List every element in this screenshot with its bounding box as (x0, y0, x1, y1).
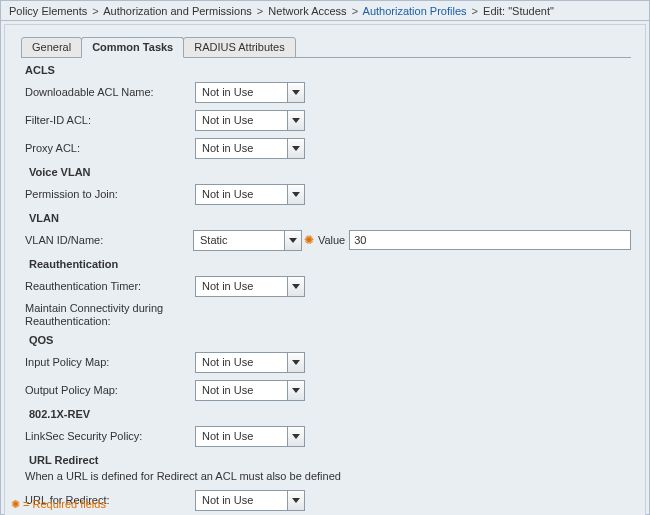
select-permission-to-join[interactable]: Not in Use (195, 184, 305, 205)
breadcrumb-sep: > (470, 5, 480, 17)
section-url-redirect: URL Redirect (21, 450, 631, 468)
chevron-down-icon (287, 427, 304, 446)
breadcrumb-sep: > (90, 5, 100, 17)
section-qos: QOS (21, 330, 631, 348)
label-proxy-acl: Proxy ACL: (25, 142, 195, 154)
chevron-down-icon (287, 491, 304, 510)
select-value: Not in Use (202, 188, 253, 200)
breadcrumb-item-current: Edit: "Student" (483, 5, 554, 17)
label-output-policy-map: Output Policy Map: (25, 384, 195, 396)
label-maintain-line1: Maintain Connectivity during (25, 302, 631, 315)
select-downloadable-acl[interactable]: Not in Use (195, 82, 305, 103)
row-input-policy-map: Input Policy Map: Not in Use (21, 348, 631, 376)
row-filter-id-acl: Filter-ID ACL: Not in Use (21, 106, 631, 134)
tab-common-tasks[interactable]: Common Tasks (81, 37, 184, 58)
chevron-down-icon (287, 381, 304, 400)
select-vlan-id-name[interactable]: Static (193, 230, 302, 251)
note-url-redirect: When a URL is defined for Redirect an AC… (21, 468, 631, 486)
row-url-for-redirect: URL for Redirect: Not in Use (21, 486, 631, 514)
label-vlan-id-name: VLAN ID/Name: (25, 234, 193, 246)
label-maintain-connectivity: Maintain Connectivity during Reauthentic… (21, 300, 631, 330)
select-input-policy-map[interactable]: Not in Use (195, 352, 305, 373)
chevron-down-icon (287, 111, 304, 130)
row-reauth-timer: Reauthentication Timer: Not in Use (21, 272, 631, 300)
row-linksec-policy: LinkSec Security Policy: Not in Use (21, 422, 631, 450)
breadcrumb-item-link[interactable]: Authorization Profiles (363, 5, 467, 17)
select-value: Not in Use (202, 430, 253, 442)
label-value: Value (316, 234, 349, 246)
breadcrumb: Policy Elements > Authorization and Perm… (1, 1, 649, 21)
select-value: Not in Use (202, 494, 253, 506)
select-url-for-redirect[interactable]: Not in Use (195, 490, 305, 511)
chevron-down-icon (284, 231, 301, 250)
select-value: Not in Use (202, 384, 253, 396)
breadcrumb-item[interactable]: Policy Elements (9, 5, 87, 17)
select-output-policy-map[interactable]: Not in Use (195, 380, 305, 401)
breadcrumb-item[interactable]: Network Access (268, 5, 346, 17)
label-permission-to-join: Permission to Join: (25, 188, 195, 200)
app-window: Policy Elements > Authorization and Perm… (0, 0, 650, 515)
section-voice-vlan: Voice VLAN (21, 162, 631, 180)
select-linksec-policy[interactable]: Not in Use (195, 426, 305, 447)
chevron-down-icon (287, 353, 304, 372)
section-reauthentication: Reauthentication (21, 254, 631, 272)
required-marker-icon: ✺ (302, 233, 316, 247)
tab-bar: General Common Tasks RADIUS Attributes (21, 35, 645, 57)
panel-common-tasks: ACLS Downloadable ACL Name: Not in Use F… (21, 57, 631, 515)
select-filter-id-acl[interactable]: Not in Use (195, 110, 305, 131)
section-vlan: VLAN (21, 208, 631, 226)
row-permission-to-join: Permission to Join: Not in Use (21, 180, 631, 208)
row-proxy-acl: Proxy ACL: Not in Use (21, 134, 631, 162)
breadcrumb-item[interactable]: Authorization and Permissions (103, 5, 252, 17)
select-value: Not in Use (202, 114, 253, 126)
label-linksec-policy: LinkSec Security Policy: (25, 430, 195, 442)
row-vlan-id-name: VLAN ID/Name: Static ✺ Value (21, 226, 631, 254)
row-downloadable-acl: Downloadable ACL Name: Not in Use (21, 78, 631, 106)
input-vlan-value[interactable] (349, 230, 631, 250)
breadcrumb-sep: > (350, 5, 360, 17)
section-8021x-rev: 802.1X-REV (21, 404, 631, 422)
chevron-down-icon (287, 277, 304, 296)
chevron-down-icon (287, 83, 304, 102)
select-proxy-acl[interactable]: Not in Use (195, 138, 305, 159)
label-input-policy-map: Input Policy Map: (25, 356, 195, 368)
select-value: Not in Use (202, 86, 253, 98)
chevron-down-icon (287, 139, 304, 158)
select-value: Not in Use (202, 280, 253, 292)
select-value: Not in Use (202, 356, 253, 368)
required-marker-icon: ✺ (11, 498, 20, 510)
select-value: Static (200, 234, 228, 246)
label-reauth-timer: Reauthentication Timer: (25, 280, 195, 292)
tab-radius-attributes[interactable]: RADIUS Attributes (183, 37, 295, 58)
select-value: Not in Use (202, 142, 253, 154)
tab-general[interactable]: General (21, 37, 82, 58)
chevron-down-icon (287, 185, 304, 204)
footer-required-text: = Required fields (20, 498, 106, 510)
content-frame: General Common Tasks RADIUS Attributes A… (4, 24, 646, 515)
select-reauth-timer[interactable]: Not in Use (195, 276, 305, 297)
label-downloadable-acl: Downloadable ACL Name: (25, 86, 195, 98)
breadcrumb-sep: > (255, 5, 265, 17)
row-output-policy-map: Output Policy Map: Not in Use (21, 376, 631, 404)
label-maintain-line2: Reauthentication: (25, 315, 631, 328)
label-filter-id-acl: Filter-ID ACL: (25, 114, 195, 126)
footer-required-note: ✺ = Required fields (11, 498, 106, 511)
section-acls: ACLS (21, 60, 631, 78)
